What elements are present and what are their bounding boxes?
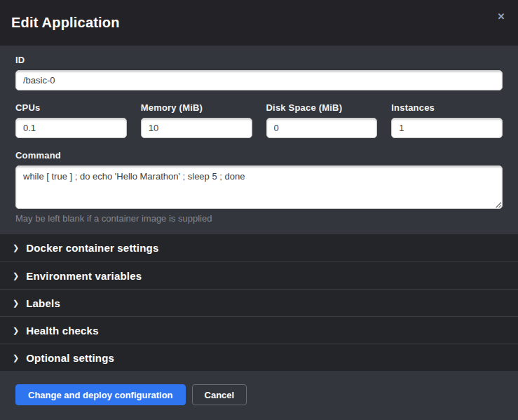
disk-input[interactable] xyxy=(266,118,378,138)
accordion-label: Docker container settings xyxy=(26,242,158,254)
cpus-field-group: CPUs xyxy=(15,102,127,138)
instances-field-group: Instances xyxy=(391,102,503,138)
id-input[interactable] xyxy=(15,70,503,90)
accordion-labels[interactable]: ❯ Labels xyxy=(0,289,518,316)
command-field-group: Command while [ true ] ; do echo 'Hello … xyxy=(15,150,503,224)
memory-input[interactable] xyxy=(141,118,252,138)
accordion-label: Optional settings xyxy=(26,352,114,364)
command-label: Command xyxy=(15,150,503,161)
cpus-input[interactable] xyxy=(15,118,127,138)
modal-header: Edit Application ✕ xyxy=(0,0,518,46)
application-form: ID CPUs Memory (MiB) Disk Space (MiB) In… xyxy=(0,46,518,234)
cancel-button[interactable]: Cancel xyxy=(192,384,247,405)
modal-footer: Change and deploy configuration Cancel xyxy=(0,371,518,420)
instances-label: Instances xyxy=(391,102,503,113)
disk-label: Disk Space (MiB) xyxy=(266,102,378,113)
edit-application-modal: Edit Application ✕ ID CPUs Memory (MiB) … xyxy=(0,0,518,420)
id-label: ID xyxy=(15,55,503,65)
accordion-label: Environment variables xyxy=(26,270,142,282)
accordion-docker-container-settings[interactable]: ❯ Docker container settings xyxy=(0,234,518,262)
chevron-right-icon: ❯ xyxy=(13,271,19,280)
accordion-optional-settings[interactable]: ❯ Optional settings xyxy=(0,344,518,371)
close-icon[interactable]: ✕ xyxy=(494,10,508,24)
chevron-right-icon: ❯ xyxy=(13,325,19,334)
settings-accordion: ❯ Docker container settings ❯ Environmen… xyxy=(0,234,518,371)
accordion-label: Health checks xyxy=(26,325,98,337)
instances-input[interactable] xyxy=(391,118,503,138)
memory-label: Memory (MiB) xyxy=(141,102,252,113)
change-and-deploy-button[interactable]: Change and deploy configuration xyxy=(15,384,186,405)
chevron-right-icon: ❯ xyxy=(13,353,19,362)
cpus-label: CPUs xyxy=(15,102,127,113)
modal-title: Edit Application xyxy=(11,15,120,31)
disk-field-group: Disk Space (MiB) xyxy=(266,102,378,138)
chevron-right-icon: ❯ xyxy=(13,243,19,252)
accordion-label: Labels xyxy=(26,297,60,309)
memory-field-group: Memory (MiB) xyxy=(141,102,252,138)
command-help-text: May be left blank if a container image i… xyxy=(15,213,503,224)
accordion-health-checks[interactable]: ❯ Health checks xyxy=(0,316,518,344)
resource-fields-row: CPUs Memory (MiB) Disk Space (MiB) Insta… xyxy=(15,102,503,138)
id-field-group: ID xyxy=(15,55,503,90)
command-input[interactable]: while [ true ] ; do echo 'Hello Marathon… xyxy=(15,165,503,209)
chevron-right-icon: ❯ xyxy=(13,298,19,307)
accordion-environment-variables[interactable]: ❯ Environment variables xyxy=(0,262,518,289)
